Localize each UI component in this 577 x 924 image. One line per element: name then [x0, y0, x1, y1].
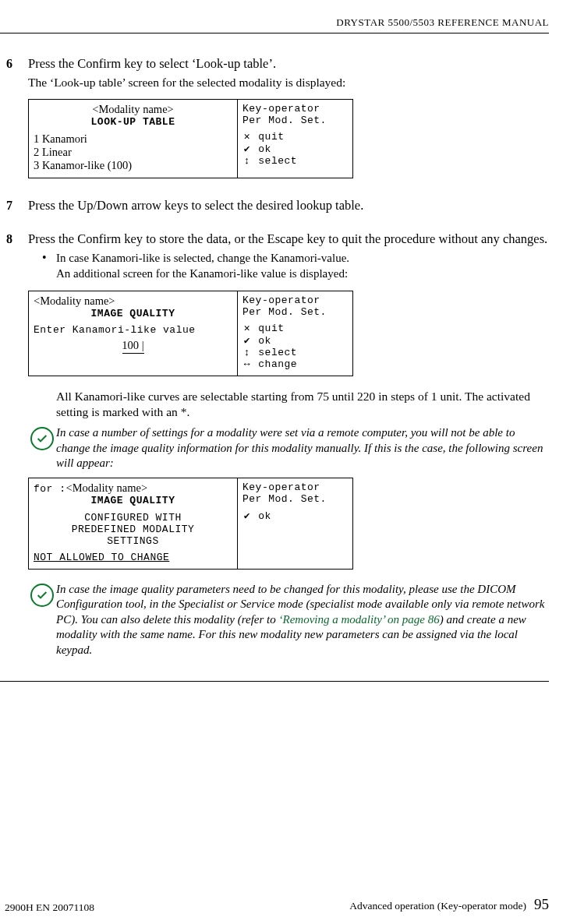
- step-7: 7 Press the Up/Down arrow keys to select…: [28, 197, 549, 217]
- page-number: 95: [534, 894, 549, 915]
- locked-l3: SETTINGS: [34, 535, 232, 547]
- right-head-1: Key-operator: [242, 103, 348, 115]
- kanamori-value: 100: [122, 339, 139, 351]
- modality-placeholder: <Modality name>: [34, 103, 232, 116]
- kanamori-value-row: 100 |: [34, 339, 232, 365]
- screen-locked-modality: for :<Modality name> IMAGE QUALITY CONFI…: [28, 478, 353, 570]
- cmd-ok: ✔ ok: [242, 143, 348, 155]
- link-removing-modality[interactable]: ‘Removing a modality’ on page 86: [279, 613, 440, 626]
- footer-doc-id: 2900H EN 20071108: [0, 901, 94, 915]
- bullet-icon: •: [42, 250, 56, 265]
- underline-cursor: [122, 353, 144, 354]
- right-head-1: Key-operator: [242, 481, 348, 493]
- step-8-title: Press the Confirm key to store the data,…: [28, 231, 549, 248]
- lut-item-2: 2 Linear: [34, 146, 232, 159]
- header-rule: [0, 33, 549, 34]
- cmd-ok: ✔ ok: [242, 335, 348, 347]
- step-7-title: Press the Up/Down arrow keys to select t…: [28, 197, 549, 214]
- cmd-change: ↔ change: [242, 358, 348, 370]
- screen-kanamori-value: <Modality name> IMAGE QUALITY Enter Kana…: [28, 291, 353, 376]
- footer-section: Advanced operation (Key-operator mode): [349, 899, 526, 913]
- step-8-bullet: • In case Kanamori-like is selected, cha…: [42, 250, 549, 282]
- screen-title: LOOK-UP TABLE: [34, 116, 232, 128]
- step-number: 6: [6, 55, 28, 191]
- cmd-select: ↕ select: [242, 347, 348, 358]
- step-number: 7: [6, 197, 28, 217]
- note-1: In case a number of settings for a modal…: [28, 425, 549, 471]
- screen-title: IMAGE QUALITY: [34, 495, 232, 506]
- cmd-select: ↕ select: [242, 155, 348, 167]
- cmd-quit: ✕ quit: [242, 323, 348, 334]
- cmd-ok: ✔ ok: [242, 510, 348, 522]
- modality-placeholder: <Modality name>: [34, 294, 232, 308]
- screen-lookup-table: <Modality name> LOOK-UP TABLE 1 Kanamori…: [28, 99, 353, 178]
- right-head-2: Per Mod. Set.: [242, 306, 348, 318]
- step-number: 8: [6, 231, 28, 284]
- note-2-text: In case the image quality parameters nee…: [56, 582, 549, 658]
- note-2: In case the image quality parameters nee…: [28, 582, 549, 658]
- screen-title: IMAGE QUALITY: [34, 308, 232, 319]
- cmd-quit: ✕ quit: [242, 131, 348, 143]
- note-1-text: In case a number of settings for a modal…: [56, 425, 549, 471]
- right-head-2: Per Mod. Set.: [242, 493, 348, 505]
- lut-item-3: 3 Kanamor-like (100): [34, 159, 232, 172]
- locked-l2: PREDEFINED MODALITY: [34, 524, 232, 535]
- step-6-desc: The ‘Look-up table’ screen for the selec…: [28, 75, 549, 91]
- check-icon: [30, 584, 54, 607]
- page-footer: 2900H EN 20071108 Advanced operation (Ke…: [0, 894, 549, 915]
- step-6: 6 Press the Confirm key to select ‘Look-…: [28, 55, 549, 191]
- step-8: 8 Press the Confirm key to store the dat…: [28, 231, 549, 284]
- locked-l1: CONFIGURED WITH: [34, 512, 232, 524]
- bullet-text: In case Kanamori-like is selected, chang…: [56, 250, 549, 266]
- footer-rule: [0, 681, 549, 682]
- running-header: DRYSTAR 5500/5503 REFERENCE MANUAL: [0, 16, 549, 30]
- locked-l4: NOT ALLOWED TO CHANGE: [34, 552, 232, 563]
- lut-item-1: 1 Kanamori: [34, 132, 232, 146]
- kanamori-prompt: Enter Kanamori-like value: [34, 324, 232, 336]
- locked-for-row: for :<Modality name>: [34, 481, 232, 495]
- right-head-1: Key-operator: [242, 294, 348, 306]
- check-icon: [30, 427, 54, 450]
- right-head-2: Per Mod. Set.: [242, 115, 348, 126]
- step-6-title: Press the Confirm key to select ‘Look-up…: [28, 55, 549, 72]
- bullet-desc: An additional screen for the Kanamori-li…: [56, 266, 549, 281]
- kanamori-range-note: All Kanamori-like curves are selectable …: [56, 389, 549, 421]
